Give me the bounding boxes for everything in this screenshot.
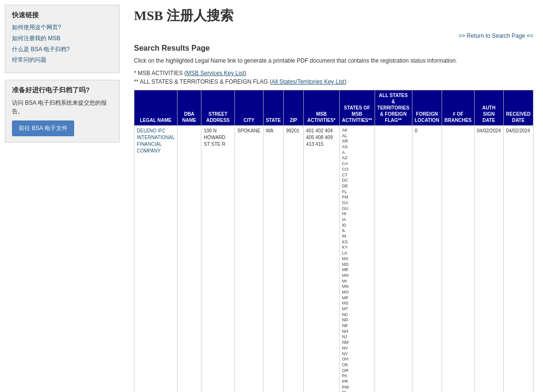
sidebar: 快速链接 如何使用这个网页? 如何注册我的 MSB 什么是 BSA 电子归档? … [0, 0, 124, 392]
col-header-city: CITY [235, 90, 264, 126]
quicklinks-title: 快速链接 [12, 11, 112, 20]
cell-auth-sign-date: 04/02/2024 [474, 126, 503, 392]
col-header-state: STATE [263, 90, 283, 126]
results-table: LEGAL NAME DBA NAME STREET ADDRESS CITY … [134, 90, 533, 392]
all-states-key-list-link[interactable]: All States/Territories Key List [271, 78, 344, 85]
col-header-street: STREET ADDRESS [201, 90, 235, 126]
bsa-section: 准备好进行电子归档了吗? 访问 BSA 电子归档系统来提交您的报告。 前往 BS… [5, 80, 120, 142]
states-note: ** ALL STATES & TERRITORIES & FOREIGN FL… [134, 78, 533, 85]
sidebar-link-bsa[interactable]: 什么是 BSA 电子归档? [12, 45, 112, 54]
legal-name-link[interactable]: DELENO IFC INTERNATIONAL FINANCIAL COMPA… [137, 128, 175, 153]
search-results-title: Search Results Page [134, 44, 533, 53]
main-content: MSB 注册人搜索 >> Return to Search Page << Se… [124, 0, 543, 392]
col-header-foreign: FOREIGN LOCATION [412, 90, 442, 126]
bsa-section-title: 准备好进行电子归档了吗? [12, 86, 112, 95]
col-header-dba: DBA NAME [177, 90, 201, 126]
cell-foreign-location: 0 [412, 126, 442, 392]
col-header-branches: # OF BRANCHES [442, 90, 475, 126]
cell-street: 100 N HOWARD ST STE R [201, 126, 235, 392]
cell-branches [442, 126, 475, 392]
results-description: Click on the highlighted Legal Name link… [134, 56, 533, 65]
col-header-zip: ZIP [283, 90, 303, 126]
cell-zip: 99201 [283, 126, 303, 392]
table-row: DELENO IFC INTERNATIONAL FINANCIAL COMPA… [134, 126, 533, 392]
sidebar-link-how-to-use[interactable]: 如何使用这个网页? [12, 23, 112, 32]
cell-all-states [375, 126, 412, 392]
col-header-states-msb: STATES OF MSB ACTIVITIES** [339, 90, 375, 126]
bsa-button[interactable]: 前往 BSA 电子文件 [12, 120, 74, 136]
msb-services-key-list-link[interactable]: MSB Services Key List [186, 70, 244, 76]
cell-received-date: 04/02/2024 [503, 126, 533, 392]
page-title: MSB 注册人搜索 [134, 7, 533, 25]
col-header-auth-sign: AUTH SIGN DATE [474, 90, 503, 126]
return-link-row: >> Return to Search Page << [134, 33, 533, 39]
sidebar-link-faq[interactable]: 经常问的问题 [12, 56, 112, 64]
col-header-received: RECEIVED DATE [503, 90, 533, 126]
sidebar-link-register[interactable]: 如何注册我的 MSB [12, 34, 112, 43]
cell-state: WA [263, 126, 283, 392]
col-header-msb-activities: MSB ACTIVITIES* [303, 90, 339, 126]
bsa-description: 访问 BSA 电子归档系统来提交您的报告。 [12, 98, 112, 116]
cell-legal-name: DELENO IFC INTERNATIONAL FINANCIAL COMPA… [134, 126, 177, 392]
return-to-search-link[interactable]: >> Return to Search Page << [458, 33, 533, 39]
cell-msb-activities: 401 402 404 405 408 409 413 415 [303, 126, 339, 392]
cell-states-msb: AKALARASAAZCACOCTDCDEFLFMGAGUHIIAIDILINK… [339, 126, 375, 392]
quicklinks-section: 快速链接 如何使用这个网页? 如何注册我的 MSB 什么是 BSA 电子归档? … [5, 5, 120, 73]
cell-city: SPOKANE [235, 126, 264, 392]
col-header-legal: LEGAL NAME [134, 90, 177, 126]
cell-dba [177, 126, 201, 392]
msb-note: * MSB ACTIVITIES (MSB Services Key List) [134, 70, 533, 76]
col-header-all-states: ALL STATES & TERRITORIES & FOREIGN FLAG*… [375, 90, 412, 126]
